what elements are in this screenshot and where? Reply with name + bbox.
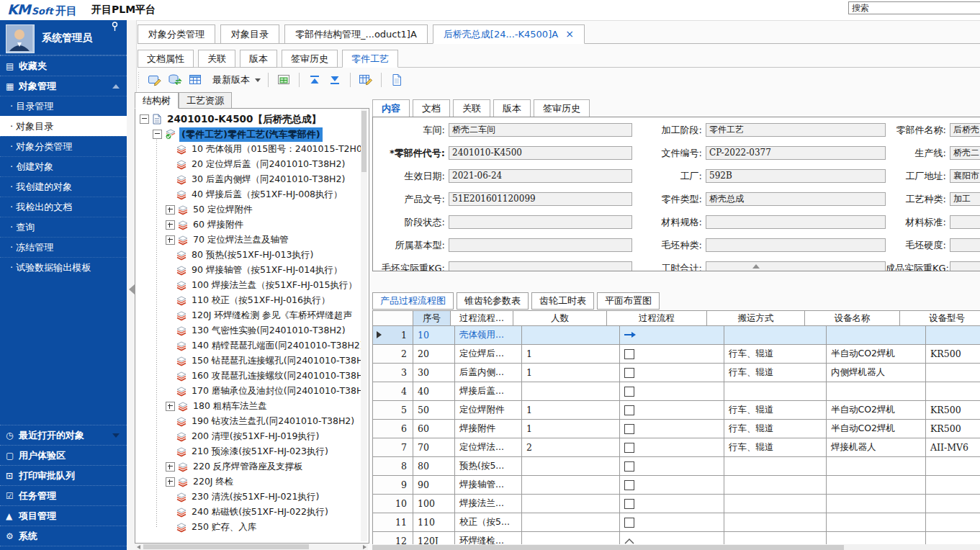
detail-tab[interactable]: 文档 xyxy=(413,99,450,117)
form-field-input[interactable] xyxy=(950,238,980,252)
tree-vertical-scrollbar[interactable] xyxy=(361,109,367,541)
row-header-cell[interactable]: 10 xyxy=(373,495,413,513)
tree-node[interactable]: 2401010-K4500【后桥壳总成】 xyxy=(138,112,369,127)
sidebar-item[interactable]: ▢ 用户体验区 xyxy=(0,445,127,465)
view-tab[interactable]: 版本 xyxy=(240,50,277,68)
tree-node[interactable]: 110 校正（按51XF-HJ-016执行） xyxy=(138,293,369,308)
table-row[interactable]: 6 60 焊接附件 1 行车、辊道 半自动CO2焊机 KR500 xyxy=(373,420,980,438)
sidebar-item[interactable]: 对象分类管理 xyxy=(0,136,127,156)
checkbox[interactable] xyxy=(624,387,634,397)
tree-node[interactable]: 90 焊接轴管（按51XF-HJ-014执行） xyxy=(138,263,369,278)
column-header[interactable]: 设备名称 xyxy=(805,311,900,326)
model-cell[interactable] xyxy=(926,326,980,345)
form-field-input[interactable]: 桥壳二车间 xyxy=(449,123,632,137)
equipment-cell[interactable]: 内侧焊机器人 xyxy=(827,364,926,382)
tree-expand-icon[interactable] xyxy=(166,235,175,245)
transport-cell[interactable] xyxy=(724,326,827,345)
form-field-input[interactable]: 零件工艺 xyxy=(706,123,886,137)
sidebar-item[interactable]: ▦ 对象管理 xyxy=(0,76,127,96)
flow-name-cell[interactable]: 后盖内侧... xyxy=(455,364,522,382)
equipment-cell[interactable] xyxy=(827,513,926,532)
tree-panel-tab[interactable]: 结构树 xyxy=(135,92,179,109)
column-header[interactable]: 序号 xyxy=(413,311,451,326)
version-dropdown-arrow[interactable] xyxy=(253,73,263,86)
flow-name-cell[interactable]: 定位焊法... xyxy=(455,438,522,457)
tree-node[interactable]: 230 清洗(按51XF-HJ-021执行) xyxy=(138,490,369,505)
transport-cell[interactable] xyxy=(724,495,827,513)
sidebar-item[interactable]: ≣ 历史数据 xyxy=(0,546,127,550)
view-tab[interactable]: 签审历史 xyxy=(282,50,338,68)
pin-icon[interactable] xyxy=(112,22,118,33)
row-header-cell[interactable]: 3 xyxy=(373,364,413,382)
row-header-cell[interactable]: 7 xyxy=(373,438,413,457)
equipment-cell[interactable] xyxy=(827,326,926,345)
equipment-cell[interactable] xyxy=(827,495,926,513)
row-header-cell[interactable]: 1 xyxy=(373,326,413,345)
sidebar-item[interactable]: ☑ 任务管理 xyxy=(0,485,127,505)
form-field-input[interactable] xyxy=(706,215,886,229)
table-row[interactable]: 10 100 焊接法兰... xyxy=(373,495,980,513)
document-tab[interactable]: 对象分类管理 xyxy=(138,24,215,44)
people-cell[interactable] xyxy=(522,513,620,532)
row-header-cell[interactable]: 6 xyxy=(373,420,413,438)
transport-cell[interactable]: 行车、辊道 xyxy=(724,364,827,382)
document-icon[interactable] xyxy=(387,71,407,89)
tree-panel-tab[interactable]: 工艺资源 xyxy=(179,92,232,109)
sidebar-item[interactable]: 创建对象 xyxy=(0,156,127,176)
tree-vertical-scrollbar-thumb[interactable] xyxy=(361,111,367,172)
flow-mark-cell[interactable] xyxy=(620,326,724,345)
tree-expand-icon[interactable] xyxy=(166,477,175,487)
checkbox[interactable] xyxy=(624,405,634,415)
form-field-input[interactable] xyxy=(449,215,632,229)
flow-mark-cell[interactable] xyxy=(620,513,724,532)
table-row[interactable]: 5 50 定位焊附件 1 行车、辊道 半自动CO2焊机 KR500 xyxy=(373,401,980,420)
seq-cell[interactable]: 110 xyxy=(413,513,455,532)
collapse-up-icon[interactable] xyxy=(112,84,120,89)
equipment-cell[interactable]: 半自动CO2焊机 xyxy=(827,401,926,420)
transport-cell[interactable] xyxy=(724,476,827,495)
flow-mark-cell[interactable] xyxy=(620,364,724,382)
table-row[interactable]: 11 110 校正（按5... xyxy=(373,513,980,532)
view-tab[interactable]: 文档属性 xyxy=(138,50,194,68)
table-row[interactable]: 1 10 壳体领用... xyxy=(373,326,980,345)
flow-tab[interactable]: 齿轮工时表 xyxy=(531,292,594,310)
table-row[interactable]: 8 80 预热(按5... xyxy=(373,457,980,476)
model-cell[interactable]: KR500 xyxy=(926,401,980,420)
flow-mark-cell[interactable] xyxy=(620,420,724,438)
chevron-down-icon[interactable] xyxy=(112,433,120,438)
form-field-input[interactable] xyxy=(950,261,980,271)
document-tab[interactable]: 零部件结构管理_...oduct1]A xyxy=(284,24,428,44)
view-tab[interactable]: 关联 xyxy=(198,50,235,68)
checkbox[interactable] xyxy=(624,443,634,453)
people-cell[interactable]: 2 xyxy=(522,438,620,457)
people-cell[interactable]: 1 xyxy=(522,364,620,382)
transport-cell[interactable]: 行车、辊道 xyxy=(724,438,827,457)
row-header-cell[interactable]: 8 xyxy=(373,457,413,476)
structure-edit-icon[interactable] xyxy=(145,71,165,89)
column-header[interactable]: 设备型号 xyxy=(900,311,980,326)
seq-cell[interactable]: 30 xyxy=(413,364,455,382)
flow-name-cell[interactable]: 校正（按5... xyxy=(455,513,522,532)
tree-node[interactable]: 140 精镗琵琶孔端面(同2401010-T38H2) xyxy=(138,338,369,353)
form-field-input[interactable]: 加工 xyxy=(950,192,980,206)
checkbox[interactable] xyxy=(624,518,634,528)
sidebar-item[interactable]: 试验数据输出模板 xyxy=(0,257,127,277)
tree-node[interactable]: 180 粗精车法兰盘 xyxy=(138,399,369,414)
row-header-cell[interactable]: 4 xyxy=(373,382,413,401)
column-header[interactable]: 搬运方式 xyxy=(707,311,805,326)
sidebar-item[interactable]: ▤ 收藏夹 xyxy=(0,55,127,76)
model-cell[interactable] xyxy=(926,476,980,495)
model-cell[interactable]: KR500 xyxy=(926,420,980,438)
tree-node[interactable]: 200 清理(按51XF-HJ-019执行) xyxy=(138,429,369,444)
transport-cell[interactable]: 行车、辊道 xyxy=(724,420,827,438)
close-icon[interactable]: × xyxy=(565,28,574,40)
seq-cell[interactable]: 60 xyxy=(413,420,455,438)
flow-mark-cell[interactable] xyxy=(620,457,724,476)
sidebar-item[interactable]: ⚙ 系统 xyxy=(0,526,127,546)
transport-cell[interactable] xyxy=(724,457,827,476)
tree-node[interactable]: 220J 终检 xyxy=(138,474,369,490)
flow-mark-cell[interactable] xyxy=(620,438,724,457)
seq-cell[interactable]: 10 xyxy=(413,326,455,345)
sidebar-item[interactable]: 冻结管理 xyxy=(0,237,127,257)
table-row[interactable]: 2 20 定位焊后... 1 行车、辊道 半自动CO2焊机 KR500 xyxy=(373,345,980,364)
